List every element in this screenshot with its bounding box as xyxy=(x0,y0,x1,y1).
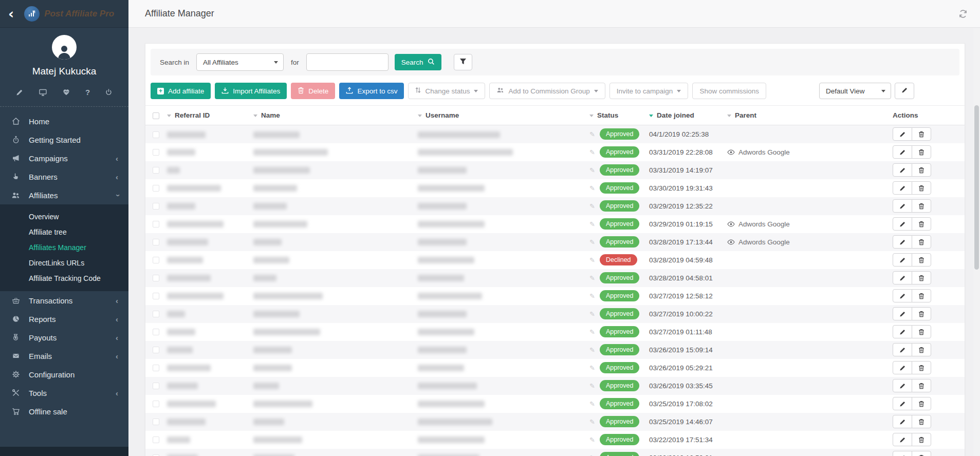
sidebar-item-offline-sale[interactable]: Offline sale xyxy=(0,402,128,421)
sidebar-item-tools[interactable]: Tools ‹ xyxy=(0,384,128,402)
edit-status-icon[interactable]: ✎ xyxy=(589,364,595,372)
edit-button[interactable] xyxy=(893,127,912,141)
edit-button[interactable] xyxy=(893,271,912,284)
delete-button[interactable]: Delete xyxy=(291,83,335,99)
delete-row-button[interactable] xyxy=(912,397,931,410)
vertical-scrollbar[interactable] xyxy=(973,28,980,456)
row-checkbox[interactable] xyxy=(153,203,159,210)
sidebar-item-reports[interactable]: Reports ‹ xyxy=(0,310,128,328)
edit-button[interactable] xyxy=(893,379,912,392)
delete-row-button[interactable] xyxy=(912,325,931,338)
edit-button[interactable] xyxy=(893,415,912,428)
edit-button[interactable] xyxy=(893,235,912,249)
change-status-button[interactable]: Change status xyxy=(408,83,485,99)
edit-button[interactable] xyxy=(893,289,912,302)
edit-button[interactable] xyxy=(893,253,912,267)
delete-row-button[interactable] xyxy=(912,379,931,392)
sidebar-item-affiliates-manager[interactable]: Affiliates Manager xyxy=(0,240,128,255)
delete-row-button[interactable] xyxy=(912,343,931,356)
delete-row-button[interactable] xyxy=(912,199,931,213)
row-checkbox[interactable] xyxy=(153,131,159,138)
edit-status-icon[interactable]: ✎ xyxy=(589,400,595,408)
search-button[interactable]: Search xyxy=(395,54,441,70)
edit-button[interactable] xyxy=(893,433,912,446)
monitor-icon[interactable] xyxy=(39,88,47,97)
edit-button[interactable] xyxy=(893,181,912,195)
collapse-sidebar-icon[interactable]: ‹ xyxy=(8,7,14,21)
add-affiliate-button[interactable]: + Add affiliate xyxy=(151,83,211,99)
delete-row-button[interactable] xyxy=(912,307,931,320)
search-scope-select[interactable]: All Affiliates xyxy=(196,53,284,71)
edit-button[interactable] xyxy=(893,199,912,213)
delete-row-button[interactable] xyxy=(912,361,931,374)
edit-button[interactable] xyxy=(893,217,912,231)
import-affiliates-button[interactable]: Import Affiliates xyxy=(215,83,287,99)
edit-status-icon[interactable]: ✎ xyxy=(589,436,595,444)
sidebar-item-getting-started[interactable]: Getting Started xyxy=(0,130,128,149)
select-all-checkbox[interactable] xyxy=(153,112,159,119)
row-checkbox[interactable] xyxy=(153,383,159,389)
row-checkbox[interactable] xyxy=(153,401,159,407)
edit-status-icon[interactable]: ✎ xyxy=(589,346,595,354)
header-username[interactable]: Username xyxy=(414,106,585,125)
row-checkbox[interactable] xyxy=(153,311,159,317)
edit-button[interactable] xyxy=(893,397,912,410)
delete-row-button[interactable] xyxy=(912,163,931,177)
edit-status-icon[interactable]: ✎ xyxy=(589,382,595,390)
delete-row-button[interactable] xyxy=(912,145,931,159)
delete-row-button[interactable] xyxy=(912,253,931,267)
edit-button[interactable] xyxy=(893,361,912,374)
delete-row-button[interactable] xyxy=(912,415,931,428)
pencil-icon[interactable] xyxy=(16,88,24,96)
row-checkbox[interactable] xyxy=(153,329,159,335)
header-date-joined[interactable]: Date joined xyxy=(645,106,723,125)
scrollbar-thumb[interactable] xyxy=(974,105,979,270)
edit-button[interactable] xyxy=(893,307,912,320)
edit-status-icon[interactable]: ✎ xyxy=(589,184,595,192)
avatar[interactable] xyxy=(52,35,77,60)
sidebar-item-emails[interactable]: Emails ‹ xyxy=(0,347,128,365)
delete-row-button[interactable] xyxy=(912,451,931,456)
edit-button[interactable] xyxy=(893,163,912,177)
sidebar-item-configuration[interactable]: Configuration xyxy=(0,365,128,384)
edit-status-icon[interactable]: ✎ xyxy=(589,292,595,300)
header-referral-id[interactable]: Referral ID xyxy=(163,106,249,125)
eye-icon[interactable] xyxy=(727,239,735,245)
sidebar-item-affiliates[interactable]: Affiliates ‹ xyxy=(0,186,128,204)
edit-status-icon[interactable]: ✎ xyxy=(589,310,595,318)
row-checkbox[interactable] xyxy=(153,436,159,443)
sidebar-item-overview[interactable]: Overview xyxy=(0,209,128,224)
edit-status-icon[interactable]: ✎ xyxy=(589,238,595,246)
row-checkbox[interactable] xyxy=(153,221,159,227)
edit-status-icon[interactable]: ✎ xyxy=(589,148,595,156)
sidebar-item-banners[interactable]: Banners ‹ xyxy=(0,167,128,186)
refresh-icon[interactable] xyxy=(958,9,968,18)
sidebar-item-payouts[interactable]: Payouts ‹ xyxy=(0,328,128,347)
add-to-commission-group-button[interactable]: Add to Commission Group xyxy=(489,83,605,99)
eye-icon[interactable] xyxy=(727,149,735,155)
sidebar-item-campaigns[interactable]: Campaigns ‹ xyxy=(0,149,128,167)
delete-row-button[interactable] xyxy=(912,271,931,284)
edit-status-icon[interactable]: ✎ xyxy=(589,130,595,138)
delete-row-button[interactable] xyxy=(912,289,931,302)
edit-status-icon[interactable]: ✎ xyxy=(589,274,595,282)
sidebar-item-affiliate-tracking-code[interactable]: Affiliate Tracking Code xyxy=(0,271,128,286)
invite-to-campaign-button[interactable]: Invite to campaign xyxy=(609,83,689,99)
header-status[interactable]: Status xyxy=(585,106,645,125)
edit-status-icon[interactable]: ✎ xyxy=(589,202,595,210)
delete-row-button[interactable] xyxy=(912,433,931,446)
row-checkbox[interactable] xyxy=(153,185,159,192)
edit-button[interactable] xyxy=(893,145,912,159)
edit-view-button[interactable] xyxy=(895,83,914,99)
view-select[interactable]: Default View xyxy=(819,83,891,99)
show-commissions-button[interactable]: Show commissions xyxy=(692,83,766,99)
header-parent[interactable]: Parent xyxy=(723,106,889,125)
row-checkbox[interactable] xyxy=(153,275,159,281)
eye-icon[interactable] xyxy=(727,221,735,227)
sidebar-item-affiliate-tree[interactable]: Affiliate tree xyxy=(0,224,128,240)
export-csv-button[interactable]: Export to csv xyxy=(339,83,404,99)
row-checkbox[interactable] xyxy=(153,293,159,299)
delete-row-button[interactable] xyxy=(912,181,931,195)
row-checkbox[interactable] xyxy=(153,149,159,156)
row-checkbox[interactable] xyxy=(153,419,159,425)
